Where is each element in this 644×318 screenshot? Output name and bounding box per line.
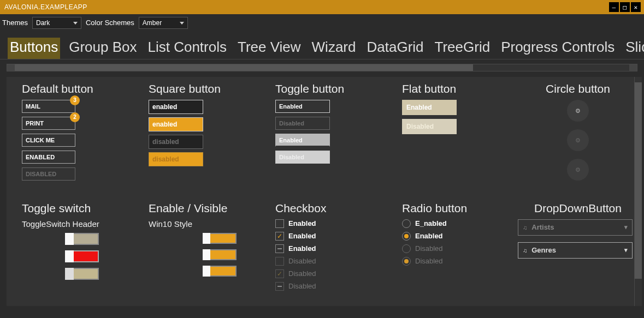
- win10-switch-1[interactable]: [203, 233, 237, 244]
- checkbox-box: [275, 257, 284, 266]
- section-checkbox: Checkbox Enabled Enabled Enabled Disable…: [275, 202, 395, 302]
- circle-button-1[interactable]: ⚙: [567, 100, 589, 122]
- radio-label: Enabled: [415, 232, 443, 240]
- section-title: Default button: [22, 82, 142, 95]
- radio-circle: [402, 219, 411, 228]
- enable-visible-sub: Win10 Style: [149, 219, 269, 229]
- section-title: Checkbox: [275, 202, 395, 215]
- tab-group-box[interactable]: Group Box: [67, 38, 139, 59]
- circle-button-3[interactable]: ⚙: [567, 159, 589, 181]
- vertical-scrollbar[interactable]: [634, 77, 642, 306]
- dropdown-genres[interactable]: ♫ Genres ▾: [518, 242, 633, 259]
- toggle-button-disabled-on: Disabled: [275, 151, 330, 164]
- radio-circle: [402, 244, 411, 253]
- dropdown-artists[interactable]: ♫ Artists ▾: [518, 219, 633, 236]
- square-button-disabled-2: disabled: [149, 152, 203, 166]
- section-title: Toggle button: [275, 82, 395, 95]
- switch-knob: [203, 249, 210, 260]
- minimize-button[interactable]: —: [609, 2, 619, 12]
- radio-label: Disabled: [415, 257, 443, 265]
- flat-button-disabled: Disabled: [402, 119, 457, 134]
- themes-label: Themes: [2, 19, 28, 27]
- square-button-enabled-1[interactable]: enabled: [149, 100, 203, 114]
- checkbox-label: Enabled: [288, 244, 316, 253]
- themes-select[interactable]: Dark: [32, 17, 81, 29]
- section-title: Radio button: [402, 202, 511, 215]
- default-button-enabled[interactable]: ENABLED: [22, 151, 75, 164]
- section-title: DropDownButton: [518, 202, 638, 215]
- default-button-mail[interactable]: MAIL 3: [22, 100, 75, 113]
- win10-switch-2[interactable]: [203, 249, 237, 260]
- tab-treegrid[interactable]: TreeGrid: [433, 38, 493, 59]
- circle-button-2[interactable]: ⚙: [567, 129, 589, 151]
- section-toggle-switch: Toggle switch ToggleSwitch Header: [22, 202, 142, 302]
- switch-knob: [203, 233, 210, 244]
- tab-wizard[interactable]: Wizard: [310, 38, 358, 59]
- tab-list-controls[interactable]: List Controls: [145, 38, 229, 59]
- square-button-disabled-1: disabled: [149, 135, 203, 149]
- win10-switch-3[interactable]: [203, 266, 237, 277]
- tab-datagrid[interactable]: DataGrid: [364, 38, 426, 59]
- checkbox-label: Disabled: [288, 269, 316, 278]
- switch-knob: [65, 250, 74, 262]
- maximize-button[interactable]: □: [620, 2, 630, 12]
- toggle-button-disabled-off: Disabled: [275, 117, 330, 130]
- titlebar: AVALONIA.EXAMPLEAPP — □ ✕: [0, 0, 644, 14]
- toggle-switch-1[interactable]: [65, 233, 99, 245]
- checkbox-label: Enabled: [288, 232, 316, 240]
- section-title: Square button: [149, 82, 269, 95]
- checkbox-enabled-ind[interactable]: Enabled: [275, 244, 395, 253]
- default-button-print[interactable]: PRINT 2: [22, 117, 75, 130]
- radio-enabled-off[interactable]: E_nabled: [402, 219, 511, 228]
- window-title: AVALONIA.EXAMPLEAPP: [4, 3, 87, 11]
- horizontal-scrollbar[interactable]: [7, 64, 637, 71]
- button-label: MAIL: [26, 103, 40, 110]
- checkbox-box: [275, 232, 284, 241]
- toggle-switch-3[interactable]: [65, 268, 99, 280]
- toggle-switch-2[interactable]: [65, 250, 99, 262]
- tab-buttons[interactable]: Buttons: [8, 38, 60, 59]
- radio-enabled-on[interactable]: Enabled: [402, 232, 511, 241]
- toggle-button-enabled-on[interactable]: Enabled: [275, 134, 330, 147]
- close-button[interactable]: ✕: [631, 2, 641, 12]
- tab-sliders[interactable]: Sliders: [623, 38, 644, 59]
- toggle-button-enabled-off[interactable]: Enabled: [275, 100, 330, 113]
- section-radio: Radio button E_nabled Enabled Disabled D…: [402, 202, 511, 302]
- checkbox-label: Disabled: [288, 282, 316, 290]
- checkbox-enabled-on[interactable]: Enabled: [275, 232, 395, 241]
- radio-disabled-on: Disabled: [402, 257, 511, 266]
- checkbox-enabled-off[interactable]: Enabled: [275, 219, 395, 228]
- hscroll-right-arrow[interactable]: [629, 64, 637, 71]
- switch-knob: [203, 266, 210, 277]
- chevron-down-icon: ▾: [624, 224, 628, 231]
- button-label: CLICK ME: [26, 137, 55, 143]
- tab-progress-controls[interactable]: Progress Controls: [499, 38, 617, 59]
- tab-tree-view[interactable]: Tree View: [235, 38, 303, 59]
- default-button-clickme[interactable]: CLICK ME: [22, 134, 75, 147]
- vscroll-thumb[interactable]: [635, 82, 642, 279]
- checkbox-box: [275, 282, 284, 291]
- section-dropdown: DropDownButton ♫ Artists ▾ ♫ Genres ▾: [518, 202, 638, 302]
- radio-disabled-off: Disabled: [402, 244, 511, 253]
- hscroll-thumb[interactable]: [15, 64, 473, 71]
- checkbox-box: [275, 244, 284, 253]
- button-label: ENABLED: [26, 154, 55, 160]
- music-icon: ♫: [523, 224, 527, 231]
- gear-icon: ⚙: [575, 166, 581, 173]
- checkbox-disabled-ind: Disabled: [275, 282, 395, 291]
- badge: 2: [70, 112, 80, 122]
- flat-button-enabled[interactable]: Enabled: [402, 100, 457, 115]
- section-title: Toggle switch: [22, 202, 142, 215]
- schemes-select[interactable]: Amber: [139, 17, 188, 29]
- chevron-down-icon: ▾: [624, 247, 628, 254]
- gear-icon: ⚙: [575, 137, 581, 144]
- square-button-enabled-2[interactable]: enabled: [149, 117, 203, 131]
- section-title: Enable / Visible: [149, 202, 269, 215]
- hscroll-left-arrow[interactable]: [7, 64, 15, 71]
- tab-strip: Buttons Group Box List Controls Tree Vie…: [0, 31, 644, 59]
- checkbox-label: Enabled: [288, 219, 316, 227]
- radio-circle: [402, 257, 411, 266]
- schemes-label: Color Schemes: [86, 19, 134, 27]
- checkbox-disabled-on: Disabled: [275, 269, 395, 278]
- checkbox-box: [275, 219, 284, 228]
